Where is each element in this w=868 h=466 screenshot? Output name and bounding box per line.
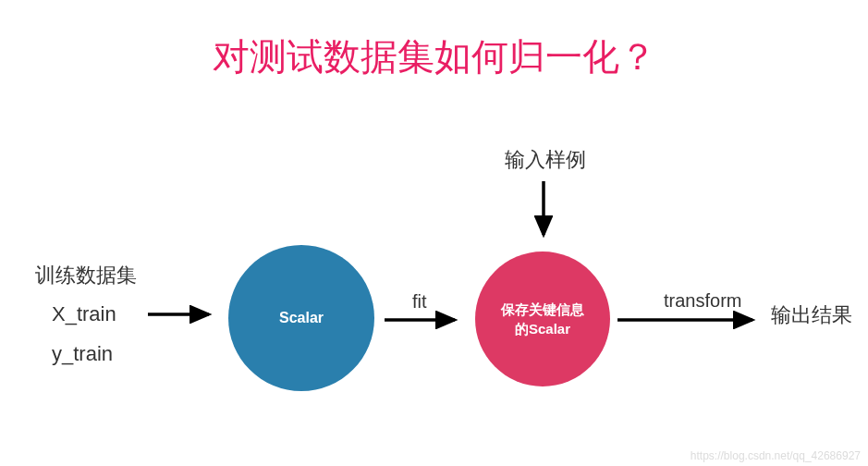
label-input-sample: 输入样例 xyxy=(505,146,586,174)
arrow-transform xyxy=(617,311,765,329)
node-scalar-with-info: 保存关键信息 的Scalar xyxy=(475,251,610,386)
node-scalar-text: Scalar xyxy=(279,310,324,326)
label-output-result: 输出结果 xyxy=(771,301,852,329)
label-x-train: X_train xyxy=(52,302,116,326)
diagram-title: 对测试数据集如何归一化？ xyxy=(0,31,868,82)
label-training-dataset: 训练数据集 xyxy=(35,262,137,289)
arrow-fit xyxy=(385,311,468,329)
label-transform: transform xyxy=(664,290,741,312)
node-scalar-with-info-text: 保存关键信息 的Scalar xyxy=(501,300,584,338)
label-y-train: y_train xyxy=(52,342,113,366)
arrow-input-sample xyxy=(534,181,553,248)
label-fit: fit xyxy=(412,291,427,313)
arrow-train-to-scalar xyxy=(148,305,222,324)
watermark: https://blog.csdn.net/qq_42686927 xyxy=(691,449,861,462)
node-scalar: Scalar xyxy=(228,245,374,391)
